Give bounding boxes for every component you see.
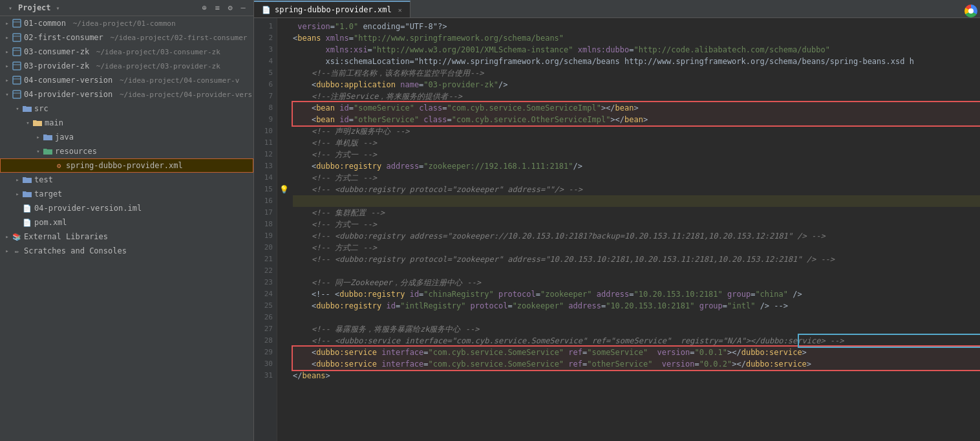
gutter-25	[277, 300, 290, 312]
tree-arrow-java[interactable]: ▸	[34, 134, 43, 140]
gutter-1	[277, 21, 290, 32]
close-sidebar-icon[interactable]: —	[238, 3, 248, 13]
tree-item-03-consumer-zk[interactable]: ▸03-consumer-zk ~/idea-project/03-consum…	[0, 45, 253, 59]
tree-arrow-scratches-consoles[interactable]: ▸	[3, 248, 12, 254]
settings-icon[interactable]: ⚙	[225, 3, 235, 13]
tab-close-icon[interactable]: ✕	[398, 6, 402, 14]
icon-pom-xml: 📄	[22, 217, 32, 228]
code-line-9: <bean id="otherService" class="com.cyb.s…	[293, 114, 980, 125]
tree-arrow-test[interactable]: ▸	[13, 177, 22, 183]
tree-arrow-src[interactable]: ▾	[13, 105, 22, 112]
gutter-15: 💡	[277, 184, 290, 195]
tree-path-02-first-consumer: ~/idea-project/02-first-consumer	[106, 34, 248, 42]
project-dropdown-arrow[interactable]: ▾	[56, 5, 60, 12]
tree-arrow-03-consumer-zk[interactable]: ▸	[3, 48, 12, 55]
gutter-18	[277, 219, 290, 230]
line-number-31: 31	[254, 370, 277, 382]
tree-label-resources: resources	[55, 147, 97, 156]
code-line-18: <!-- 方式一 -->	[293, 219, 980, 230]
tree-arrow-02-first-consumer[interactable]: ▸	[3, 34, 12, 41]
tree-item-02-first-consumer[interactable]: ▸02-first-consumer ~/idea-project/02-fir…	[0, 30, 253, 45]
tree-item-04-consumer-version[interactable]: ▸04-consumer-version ~/idea-project/04-c…	[0, 73, 253, 87]
code-line-26	[293, 312, 980, 323]
tree-item-scratches-consoles[interactable]: ▸✏Scratches and Consoles	[0, 244, 253, 258]
collapse-icon[interactable]: ≡	[212, 3, 222, 13]
tree-arrow-03-provider-zk[interactable]: ▸	[3, 63, 12, 69]
gutter-14	[277, 172, 290, 184]
svg-rect-8	[13, 76, 21, 84]
icon-03-consumer-zk	[12, 47, 22, 57]
code-line-20: <!-- 方式二 -->	[293, 242, 980, 253]
svg-rect-4	[13, 48, 21, 56]
main-layout: ▾ Project ▾ ⊕ ≡ ⚙ — ▸01-common ~/idea-pr…	[0, 0, 980, 441]
icon-02-first-consumer	[12, 32, 22, 43]
sidebar-title: Project	[18, 3, 51, 12]
tree-item-01-common[interactable]: ▸01-common ~/idea-project/01-common	[0, 16, 253, 30]
locate-icon[interactable]: ⊕	[199, 3, 209, 13]
gutter-5	[277, 67, 290, 79]
icon-main	[32, 118, 43, 128]
tree-label-pom-xml: pom.xml	[34, 218, 67, 227]
gutter-23	[277, 277, 290, 288]
code-line-7: <!--注册Service，将来服务的提供者-->	[293, 91, 980, 102]
lightbulb-icon: 💡	[279, 185, 289, 194]
line-numbers: 1234567891011121314151617181920212223242…	[254, 18, 277, 441]
tree-arrow-04-consumer-version[interactable]: ▸	[3, 77, 12, 83]
code-line-28: <!-- <dubbo:service interface="com.cyb.s…	[293, 335, 980, 347]
code-line-6: <dubbo:application name="03-provider-zk"…	[293, 79, 980, 91]
tab-file-icon: 📄	[262, 6, 271, 14]
chrome-center	[968, 8, 974, 14]
tree-item-src[interactable]: ▾src	[0, 102, 253, 116]
tree-item-pom-xml[interactable]: 📄pom.xml	[0, 215, 253, 230]
editor-tab-active[interactable]: 📄 spring-dubbo-provider.xml ✕	[254, 1, 410, 17]
gutter-2	[277, 32, 290, 44]
tree-arrow-external-libraries[interactable]: ▸	[3, 233, 12, 240]
line-number-27: 27	[254, 323, 277, 335]
tree-arrow-target[interactable]: ▸	[13, 191, 22, 197]
svg-rect-6	[13, 62, 21, 70]
gutter-16	[277, 195, 290, 207]
icon-spring-dubbo-provider-xml: ⚙	[54, 160, 64, 171]
tree-label-scratches-consoles: Scratches and Consoles	[24, 246, 127, 255]
tree-label-java: java	[55, 133, 74, 142]
tree-item-04-provider-version-iml[interactable]: 📄04-provider-version.iml	[0, 201, 253, 215]
tree-item-target[interactable]: ▸target	[0, 187, 253, 201]
tree-arrow-01-common[interactable]: ▸	[3, 20, 12, 27]
line-number-13: 13	[254, 160, 277, 172]
line-number-6: 6	[254, 79, 277, 91]
icon-target	[22, 189, 32, 199]
sidebar-header: ▾ Project ▾ ⊕ ≡ ⚙ —	[0, 0, 253, 16]
code-content[interactable]: version="1.0" encoding="UTF-8"?><beans x…	[290, 18, 980, 441]
code-line-30: <dubbo:service interface="com.cyb.servic…	[293, 358, 980, 370]
tree-arrow-resources[interactable]: ▾	[34, 148, 43, 155]
icon-01-common	[12, 18, 22, 28]
code-line-22	[293, 265, 980, 277]
tree-item-main[interactable]: ▾main	[0, 116, 253, 130]
tree-label-spring-dubbo-provider-xml: spring-dubbo-provider.xml	[66, 161, 183, 170]
icon-test	[22, 175, 32, 185]
tree-arrow-main[interactable]: ▾	[23, 120, 32, 126]
gutter-22	[277, 265, 290, 277]
tree-item-resources[interactable]: ▾resources	[0, 144, 253, 158]
code-line-8: <bean id="someService" class="com.cyb.se…	[293, 102, 980, 114]
tab-label: spring-dubbo-provider.xml	[275, 5, 392, 14]
line-number-23: 23	[254, 277, 277, 288]
tree-arrow-04-provider-version[interactable]: ▾	[3, 91, 12, 98]
tree-item-external-libraries[interactable]: ▸📚External Libraries	[0, 230, 253, 244]
line-number-22: 22	[254, 265, 277, 277]
tree-item-java[interactable]: ▸java	[0, 130, 253, 144]
tree-item-spring-dubbo-provider-xml[interactable]: ⚙spring-dubbo-provider.xml	[0, 158, 253, 173]
icon-03-provider-zk	[12, 61, 22, 71]
browser-icon-area	[964, 5, 977, 17]
tree-item-04-provider-version[interactable]: ▾04-provider-version ~/idea-project/04-p…	[0, 87, 253, 102]
tree-item-03-provider-zk[interactable]: ▸03-provider-zk ~/idea-project/03-provid…	[0, 59, 253, 73]
tree-label-main: main	[45, 118, 63, 127]
line-number-14: 14	[254, 172, 277, 184]
project-collapse-arrow[interactable]: ▾	[5, 5, 16, 12]
tree-item-test[interactable]: ▸test	[0, 173, 253, 187]
red-box-29-30: <dubbo:service interface="com.cyb.servic…	[293, 347, 980, 370]
code-line-14: <!-- 方式二 -->	[293, 172, 980, 184]
code-line-10: <!-- 声明zk服务中心 -->	[293, 125, 980, 137]
svg-rect-2	[13, 34, 21, 41]
gutter-13	[277, 160, 290, 172]
